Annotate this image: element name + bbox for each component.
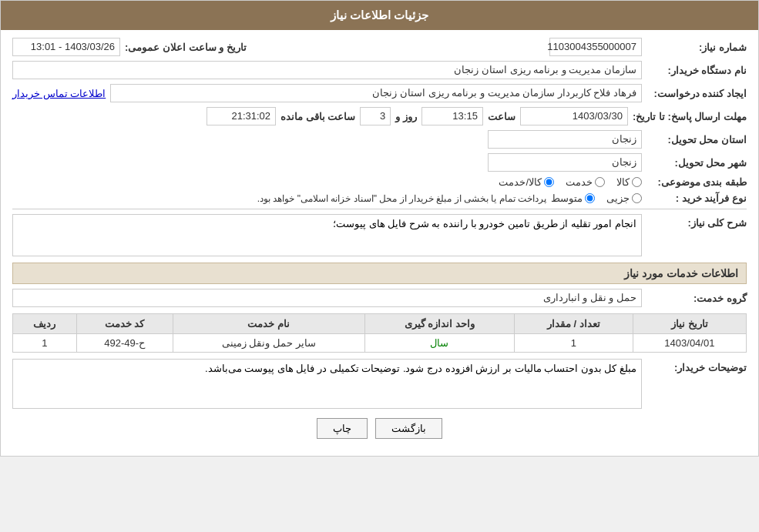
ostan-value: زنجان — [488, 130, 642, 149]
col-kodkhadamat: کد خدمت — [76, 314, 173, 334]
tarikh-value: 1403/03/26 - 13:01 — [12, 38, 120, 56]
cell-kodkhadamat: ح-49-492 — [76, 334, 173, 353]
ettelaat-tamas-link[interactable]: اطلاعات تماس خریدار — [12, 88, 106, 99]
radio-kala-khadamat-input[interactable] — [544, 177, 554, 187]
row-gerohekhadamat: گروه خدمت: حمل و نقل و انبارداری — [12, 289, 747, 307]
sharhkolli-label: شرح کلی نیاز: — [646, 214, 747, 229]
page-header: جزئیات اطلاعات نیاز — [1, 1, 758, 30]
tarikh-label: تاریخ و ساعت اعلان عمومی: — [125, 42, 247, 53]
bazgasht-button[interactable]: بازگشت — [375, 418, 442, 439]
noefar-label: نوع فرآیند خرید : — [646, 192, 747, 204]
table-row: 1403/04/01 1 سال سایر حمل ونقل زمینی ح-4… — [13, 334, 747, 353]
col-tedadmegdar: تعداد / مقدار — [514, 314, 633, 334]
mohlat-saat-label: ساعت — [488, 111, 516, 122]
cell-vahedandaze: سال — [364, 334, 514, 353]
row-towzihat: توضیحات خریدار: مبلغ کل بدون احتساب مالی… — [12, 359, 747, 409]
tabaqhebandi-label: طبقه بندی موضوعی: — [646, 176, 747, 188]
mohlat-label: مهلت ارسال پاسخ: تا تاریخ: — [633, 111, 747, 122]
radio-khadamat-label: خدمت — [566, 176, 593, 188]
row-ostan: استان محل تحویل: زنجان — [12, 130, 747, 149]
row-sharhkolli: شرح کلی نیاز: انجام امور تقلیه از طریق ت… — [12, 214, 747, 256]
radio-kala: کالا — [616, 176, 642, 188]
row-tabaqhebandi: طبقه بندی موضوعی: کالا خدمت کالا/خدمت — [12, 176, 747, 188]
col-tarikhniaz: تاریخ نیاز — [633, 314, 746, 334]
cell-tedadmegdar: 1 — [514, 334, 633, 353]
namdastgah-label: نام دستگاه خریدار: — [646, 65, 747, 76]
row-mohlat: مهلت ارسال پاسخ: تا تاریخ: 1403/03/30 سا… — [12, 107, 747, 125]
khadamat-table-section: تاریخ نیاز تعداد / مقدار واحد اندازه گیر… — [12, 313, 747, 353]
radio-kala-khadamat-label: کالا/خدمت — [499, 176, 542, 188]
khadamat-section-header: اطلاعات خدمات مورد نیاز — [12, 263, 747, 284]
col-vahandaze: واحد اندازه گیری — [364, 314, 514, 334]
page-title: جزئیات اطلاعات نیاز — [331, 8, 428, 22]
khadamat-table: تاریخ نیاز تعداد / مقدار واحد اندازه گیر… — [12, 313, 747, 353]
noefar-options: جزیی متوسط — [551, 192, 642, 204]
radio-motavaset-label: متوسط — [551, 192, 583, 204]
ijadkonnonde-value: فرهاد فلاح کاربردار سازمان مدیریت و برنا… — [110, 84, 642, 102]
mohlat-date: 1403/03/30 — [520, 107, 628, 125]
mohlat-roz-label: روز و — [395, 111, 417, 122]
divider-1 — [12, 209, 747, 209]
shahr-label: شهر محل تحویل: — [646, 157, 747, 169]
chap-button[interactable]: چاپ — [317, 418, 368, 439]
table-header-row: تاریخ نیاز تعداد / مقدار واحد اندازه گیر… — [13, 314, 747, 334]
sharhkolli-textarea[interactable]: انجام امور تقلیه از طریق تامین خودرو با … — [12, 214, 642, 256]
mohlat-roz: 3 — [360, 107, 391, 125]
gerohekhadamat-label: گروه خدمت: — [646, 293, 747, 304]
noefar-note: پرداخت تمام یا بخشی از مبلغ خریدار از مح… — [257, 193, 546, 204]
radio-motavaset-input[interactable] — [585, 193, 595, 203]
col-radif: ردیف — [13, 314, 77, 334]
towzihat-label: توضیحات خریدار: — [646, 359, 747, 373]
radio-kala-khadamat: کالا/خدمت — [499, 176, 554, 188]
tabaqhebandi-options: کالا خدمت کالا/خدمت — [499, 176, 642, 188]
row-ijadkonnonde: ایجاد کننده درخواست: فرهاد فلاح کاربردار… — [12, 84, 747, 102]
row-shomare-tarikh: شماره نیاز: 1103004355000007 تاریخ و ساع… — [12, 38, 747, 56]
row-noefar: نوع فرآیند خرید : جزیی متوسط پرداخت تمام… — [12, 192, 747, 204]
cell-namkhadamat: سایر حمل ونقل زمینی — [173, 334, 364, 353]
towzihat-textarea[interactable]: مبلغ کل بدون احتساب مالیات بر ارزش افزود… — [12, 359, 642, 409]
row-namdastgah: نام دستگاه خریدار: سازمان مدیریت و برنام… — [12, 61, 747, 79]
gerohekhadamat-value: حمل و نقل و انبارداری — [12, 289, 642, 307]
button-group: بازگشت چاپ — [12, 418, 747, 439]
shomare-niaz-label: شماره نیاز: — [646, 42, 747, 53]
cell-tarikhniaz: 1403/04/01 — [633, 334, 746, 353]
mohlat-baghimandeh: 21:31:02 — [207, 107, 276, 125]
mohlat-saat: 13:15 — [421, 107, 483, 125]
ostan-label: استان محل تحویل: — [646, 134, 747, 146]
radio-jozii-input[interactable] — [632, 193, 642, 203]
ijadkonnonde-label: ایجاد کننده درخواست: — [646, 88, 747, 99]
radio-jozii-label: جزیی — [606, 192, 630, 204]
radio-jozii: جزیی — [606, 192, 642, 204]
shomare-niaz-value: 1103004355000007 — [549, 38, 642, 56]
namdastgah-value: سازمان مدیریت و برنامه ریزی استان زنجان — [12, 61, 642, 79]
radio-kala-input[interactable] — [632, 177, 642, 187]
radio-khadamat-input[interactable] — [595, 177, 605, 187]
radio-motavaset: متوسط — [551, 192, 595, 204]
col-namkhadamat: نام خدمت — [173, 314, 364, 334]
radio-khadamat: خدمت — [566, 176, 605, 188]
cell-radif: 1 — [13, 334, 77, 353]
radio-kala-label: کالا — [616, 176, 630, 188]
shahr-value: زنجان — [488, 153, 642, 172]
row-shahr: شهر محل تحویل: زنجان — [12, 153, 747, 172]
mohlat-baghimandeh-label: ساعت باقی مانده — [280, 111, 355, 122]
